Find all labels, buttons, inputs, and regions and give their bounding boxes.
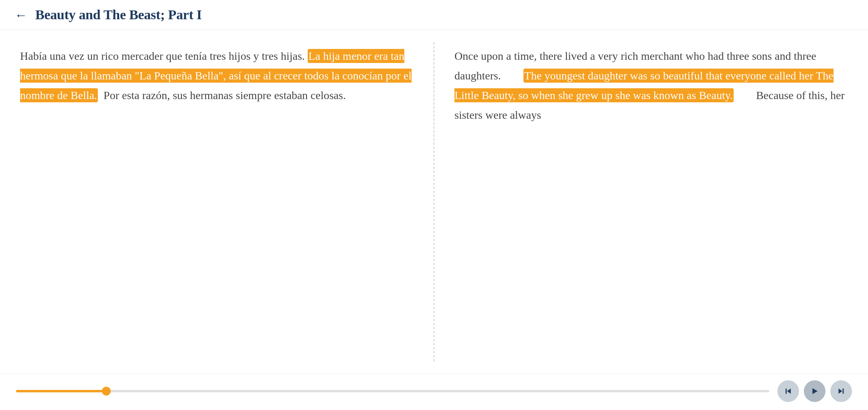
svg-marker-0: [787, 389, 791, 394]
main-content: Había una vez un rico mercader que tenía…: [0, 30, 868, 373]
progress-fill: [16, 390, 106, 392]
prev-icon: [784, 387, 793, 396]
right-text-panel[interactable]: Once upon a time, there lived a very ric…: [434, 30, 868, 373]
next-button[interactable]: [830, 380, 852, 402]
page-title: Beauty and The Beast; Part I: [35, 7, 202, 22]
play-icon: [810, 387, 819, 396]
svg-marker-3: [839, 389, 842, 394]
left-text-normal-1: Había una vez un rico mercader que tenía…: [20, 50, 308, 62]
next-icon: [837, 387, 846, 396]
progress-thumb[interactable]: [102, 387, 111, 396]
play-button[interactable]: [804, 380, 825, 402]
prev-button[interactable]: [777, 380, 799, 402]
svg-marker-2: [813, 388, 818, 394]
right-paragraph: Once upon a time, there lived a very ric…: [454, 46, 848, 125]
back-button[interactable]: ←: [14, 8, 27, 21]
left-text-panel[interactable]: Había una vez un rico mercader que tenía…: [0, 30, 434, 373]
svg-rect-4: [843, 389, 844, 394]
left-text-normal-2: Por esta razón, sus hermanas siempre est…: [98, 89, 346, 101]
bottom-bar: [0, 373, 868, 410]
progress-track[interactable]: [16, 390, 769, 392]
app-header: ← Beauty and The Beast; Part I: [0, 0, 868, 30]
svg-rect-1: [786, 389, 787, 394]
left-paragraph: Había una vez un rico mercader que tenía…: [20, 46, 414, 105]
playback-controls: [777, 380, 852, 402]
